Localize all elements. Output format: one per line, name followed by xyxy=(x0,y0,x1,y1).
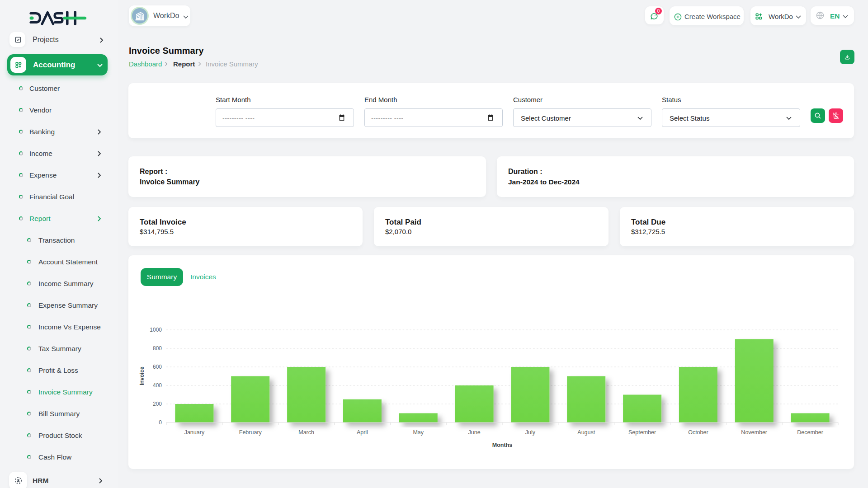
svg-text:May: May xyxy=(413,429,424,436)
svg-text:August: August xyxy=(577,429,595,436)
svg-text:800: 800 xyxy=(153,345,162,352)
svg-text:600: 600 xyxy=(153,364,162,370)
svg-text:1000: 1000 xyxy=(150,327,162,333)
svg-text:200: 200 xyxy=(153,401,162,407)
svg-text:0: 0 xyxy=(159,419,162,426)
svg-text:April: April xyxy=(357,429,368,436)
svg-text:June: June xyxy=(468,429,481,436)
svg-text:October: October xyxy=(688,429,708,436)
svg-text:November: November xyxy=(741,429,767,436)
svg-text:December: December xyxy=(797,429,823,436)
svg-text:July: July xyxy=(525,429,536,436)
svg-text:September: September xyxy=(628,429,656,436)
svg-text:February: February xyxy=(239,429,262,436)
svg-text:400: 400 xyxy=(153,382,162,389)
svg-text:Months: Months xyxy=(492,442,512,448)
svg-text:January: January xyxy=(184,429,205,436)
svg-text:Invoice: Invoice xyxy=(139,366,145,385)
svg-text:March: March xyxy=(298,429,314,436)
